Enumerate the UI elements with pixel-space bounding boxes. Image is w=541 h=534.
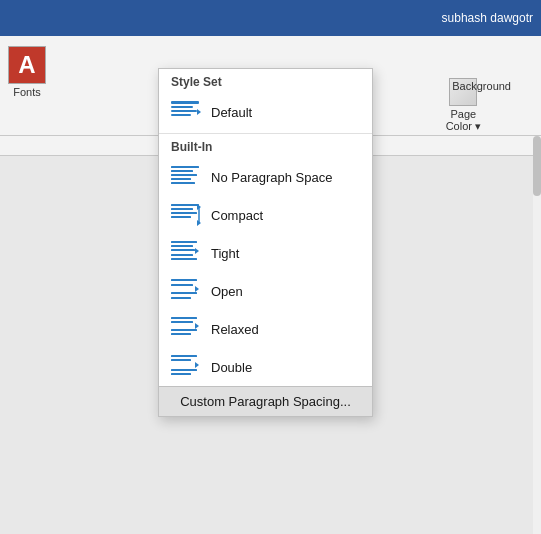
tight-icon xyxy=(169,239,201,267)
default-label: Default xyxy=(211,105,252,120)
fonts-group: A Fonts xyxy=(8,46,46,98)
top-bar: subhash dawgotr xyxy=(0,0,541,36)
no-paragraph-space-label: No Paragraph Space xyxy=(211,170,332,185)
svg-rect-3 xyxy=(171,114,191,116)
svg-rect-12 xyxy=(171,216,191,218)
svg-rect-7 xyxy=(171,178,191,180)
svg-rect-23 xyxy=(171,317,197,319)
svg-rect-15 xyxy=(171,245,193,247)
svg-rect-14 xyxy=(171,241,197,243)
custom-paragraph-spacing-button[interactable]: Custom Paragraph Spacing... xyxy=(159,386,372,416)
svg-rect-19 xyxy=(171,279,197,281)
svg-rect-2 xyxy=(171,110,197,112)
builtin-section-label: Built-In xyxy=(159,136,372,158)
double-icon xyxy=(169,353,201,381)
svg-rect-11 xyxy=(171,212,197,214)
svg-rect-25 xyxy=(171,329,197,331)
open-label: Open xyxy=(211,284,243,299)
no-paragraph-space-icon xyxy=(169,163,201,191)
dropdown-item-default[interactable]: Default xyxy=(159,93,372,131)
svg-rect-21 xyxy=(171,292,197,294)
custom-paragraph-spacing-label: Custom Paragraph Spacing... xyxy=(180,394,351,409)
svg-rect-10 xyxy=(171,208,193,210)
fonts-icon: A xyxy=(8,46,46,84)
dropdown-item-tight[interactable]: Tight xyxy=(159,234,372,272)
svg-rect-28 xyxy=(171,359,191,361)
section-divider xyxy=(159,133,372,134)
default-spacing-icon xyxy=(169,98,201,126)
dropdown-item-no-paragraph-space[interactable]: No Paragraph Space xyxy=(159,158,372,196)
svg-rect-4 xyxy=(171,166,199,168)
svg-rect-24 xyxy=(171,321,193,323)
svg-rect-5 xyxy=(171,170,193,172)
username: subhash dawgotr xyxy=(442,11,533,25)
svg-rect-27 xyxy=(171,355,197,357)
open-icon xyxy=(169,277,201,305)
relaxed-icon xyxy=(169,315,201,343)
double-label: Double xyxy=(211,360,252,375)
svg-rect-20 xyxy=(171,284,193,286)
svg-rect-22 xyxy=(171,297,191,299)
compact-label: Compact xyxy=(211,208,263,223)
svg-rect-1 xyxy=(171,106,193,108)
svg-rect-16 xyxy=(171,249,195,251)
svg-rect-29 xyxy=(171,369,197,371)
paragraph-spacing-dropdown: Style Set Default Built-In xyxy=(158,68,373,417)
page-color-label: PageColor ▾ xyxy=(446,108,481,133)
svg-rect-8 xyxy=(171,182,195,184)
style-set-section-label: Style Set xyxy=(159,69,372,93)
background-label: Background xyxy=(452,80,511,92)
dropdown-item-double[interactable]: Double xyxy=(159,348,372,386)
svg-rect-17 xyxy=(171,254,193,256)
svg-rect-18 xyxy=(171,258,197,260)
dropdown-item-open[interactable]: Open xyxy=(159,272,372,310)
svg-rect-26 xyxy=(171,333,191,335)
svg-rect-30 xyxy=(171,373,191,375)
tight-label: Tight xyxy=(211,246,239,261)
svg-rect-0 xyxy=(171,101,199,104)
compact-icon xyxy=(169,201,201,229)
vertical-scrollbar[interactable] xyxy=(533,136,541,196)
relaxed-label: Relaxed xyxy=(211,322,259,337)
fonts-label: Fonts xyxy=(13,86,41,98)
dropdown-item-compact[interactable]: Compact xyxy=(159,196,372,234)
dropdown-item-relaxed[interactable]: Relaxed xyxy=(159,310,372,348)
svg-rect-9 xyxy=(171,204,199,206)
svg-rect-6 xyxy=(171,174,197,176)
